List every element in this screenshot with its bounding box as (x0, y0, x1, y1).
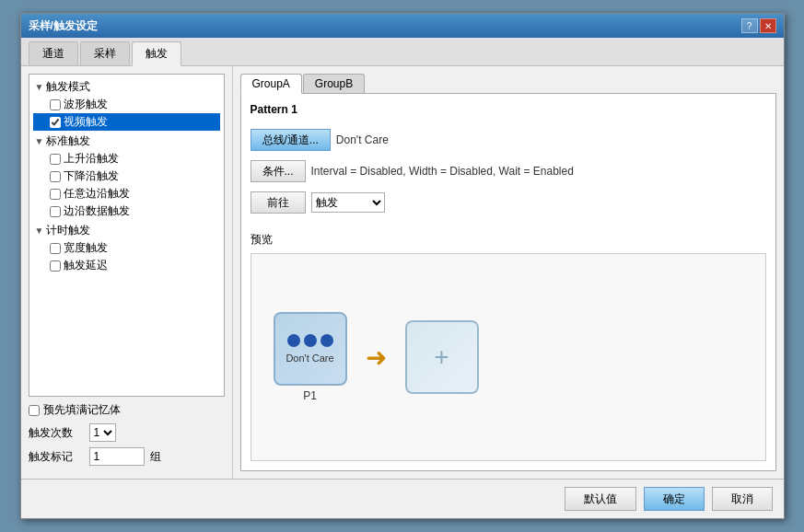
main-window: 采样/触发设定 ? ✕ 通道 采样 触发 ▼ 触发模式 波 (20, 13, 785, 519)
title-bar: 采样/触发设定 ? ✕ (21, 14, 784, 38)
item-rising-edge[interactable]: 上升沿触发 (33, 150, 220, 168)
bottom-controls: 预先填满记忆体 触发次数 1 2 触发标记 组 (29, 397, 225, 471)
checkbox-wave-trigger[interactable] (50, 99, 61, 110)
checkbox-falling-edge[interactable] (50, 171, 61, 182)
arrow-icon: ➜ (366, 342, 387, 373)
rising-edge-label: 上升沿触发 (64, 151, 119, 167)
group-standard-trigger-label[interactable]: ▼ 标准触发 (33, 133, 220, 150)
checkbox-video-trigger[interactable] (50, 117, 61, 128)
item-video-trigger[interactable]: 视频触发 (33, 113, 220, 131)
left-panel: ▼ 触发模式 波形触发 视频触发 ▼ 标准 (21, 66, 233, 479)
pattern-dots (287, 334, 333, 347)
trigger-mark-label: 触发标记 (29, 449, 84, 465)
title-controls: ? ✕ (741, 18, 776, 33)
right-tab-bar: GroupA GroupB (240, 74, 776, 93)
trigger-count-select[interactable]: 1 2 (89, 423, 116, 442)
footer: 默认值 确定 取消 (21, 479, 784, 518)
plus-icon: + (434, 342, 449, 372)
item-width-trigger[interactable]: 宽度触发 (33, 239, 220, 257)
trigger-count-row: 触发次数 1 2 (29, 423, 225, 442)
trigger-mark-row: 触发标记 组 (29, 447, 225, 466)
trigger-mark-unit: 组 (150, 449, 161, 465)
tab-group-b[interactable]: GroupB (303, 74, 365, 93)
item-falling-edge[interactable]: 下降沿触发 (33, 168, 220, 185)
checkbox-any-edge[interactable] (50, 189, 61, 200)
bus-channel-button[interactable]: 总线/通道... (251, 129, 331, 151)
prefill-label: 预先填满记忆体 (43, 402, 121, 418)
plus-block: + (405, 320, 479, 394)
tab-group-a[interactable]: GroupA (240, 74, 302, 94)
pattern-container: Don't Care P1 (274, 312, 347, 402)
expand-icon-standard: ▼ (35, 136, 44, 146)
checkbox-width-trigger[interactable] (50, 243, 61, 254)
dot-3 (320, 334, 333, 347)
condition-row: 条件... Interval = Disabled, Width = Disab… (251, 160, 766, 182)
dot-2 (304, 334, 317, 347)
prefill-row: 预先填满记忆体 (29, 402, 225, 418)
group-trigger-mode: ▼ 触发模式 波形触发 视频触发 (33, 78, 220, 131)
forward-button[interactable]: 前往 (251, 191, 306, 214)
video-trigger-label: 视频触发 (64, 114, 108, 130)
item-trigger-delay[interactable]: 触发延迟 (33, 257, 220, 274)
item-wave-trigger[interactable]: 波形触发 (33, 96, 220, 113)
preview-canvas: Don't Care P1 ➜ + (251, 253, 766, 461)
group-timer-trigger: ▼ 计时触发 宽度触发 触发延迟 (33, 222, 220, 274)
right-content-area: Pattern 1 总线/通道... Don't Care 条件... Inte… (240, 93, 776, 471)
bus-channel-row: 总线/通道... Don't Care (251, 129, 766, 151)
group-timer-trigger-label[interactable]: ▼ 计时触发 (33, 222, 220, 239)
tab-channel[interactable]: 通道 (29, 41, 78, 65)
condition-value: Interval = Disabled, Width = Disabled, W… (311, 165, 574, 178)
preview-label: 预览 (251, 232, 766, 248)
falling-edge-label: 下降沿触发 (64, 168, 119, 184)
main-tab-bar: 通道 采样 触发 (21, 38, 784, 66)
any-edge-label: 任意边沿触发 (64, 186, 130, 202)
checkbox-edge-data[interactable] (50, 206, 61, 217)
pattern-block: Don't Care (274, 312, 347, 386)
content-area: ▼ 触发模式 波形触发 视频触发 ▼ 标准 (21, 66, 784, 479)
item-any-edge[interactable]: 任意边沿触发 (33, 185, 220, 202)
edge-data-label: 边沿数据触发 (64, 203, 130, 219)
timer-trigger-text: 计时触发 (46, 223, 90, 238)
cancel-button[interactable]: 取消 (712, 487, 773, 511)
help-button[interactable]: ? (741, 18, 758, 33)
group-trigger-mode-label[interactable]: ▼ 触发模式 (33, 78, 220, 96)
trigger-delay-label: 触发延迟 (64, 258, 108, 273)
group-standard-trigger: ▼ 标准触发 上升沿触发 下降沿触发 任意边沿触发 (33, 133, 220, 220)
trigger-mark-input[interactable] (89, 447, 145, 466)
right-panel: GroupA GroupB Pattern 1 总线/通道... Don't C… (233, 66, 784, 479)
dot-1 (287, 334, 300, 347)
confirm-button[interactable]: 确定 (644, 487, 705, 511)
expand-icon-timer: ▼ (35, 226, 44, 236)
checkbox-trigger-delay[interactable] (50, 260, 61, 272)
default-button[interactable]: 默认值 (565, 487, 636, 511)
trigger-count-label: 触发次数 (29, 425, 84, 441)
trigger-mode-text: 触发模式 (46, 79, 90, 95)
trigger-tree: ▼ 触发模式 波形触发 视频触发 ▼ 标准 (29, 74, 225, 397)
checkbox-rising-edge[interactable] (50, 154, 61, 165)
condition-button[interactable]: 条件... (251, 160, 306, 182)
bus-channel-value: Don't Care (336, 133, 389, 146)
tab-trigger[interactable]: 触发 (132, 41, 181, 66)
preview-section: 预览 Don't Care P1 (251, 232, 766, 461)
prefill-checkbox[interactable] (29, 405, 40, 416)
close-button[interactable]: ✕ (760, 18, 776, 33)
standard-trigger-text: 标准触发 (46, 133, 90, 149)
pattern-label: Pattern 1 (251, 103, 766, 116)
window-title: 采样/触发设定 (29, 18, 98, 34)
p-label: P1 (303, 389, 317, 402)
forward-row: 前往 触发 开始 停止 (251, 191, 766, 214)
tab-sample[interactable]: 采样 (80, 41, 130, 65)
trigger-select[interactable]: 触发 开始 停止 (311, 192, 385, 213)
pattern-dont-care-text: Don't Care (285, 353, 333, 364)
width-trigger-label: 宽度触发 (64, 240, 108, 256)
expand-icon-trigger-mode: ▼ (35, 82, 44, 92)
wave-trigger-label: 波形触发 (64, 97, 108, 112)
item-edge-data[interactable]: 边沿数据触发 (33, 202, 220, 220)
